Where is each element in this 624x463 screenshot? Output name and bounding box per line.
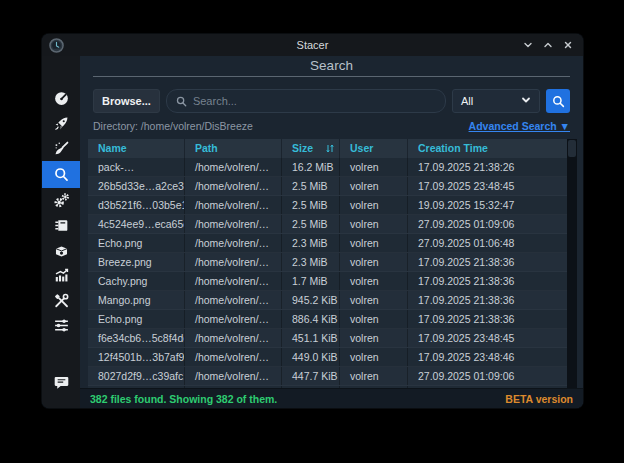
search-toolbar: Browse... All (93, 89, 570, 113)
processes-icon (53, 217, 70, 234)
table-scrollbar[interactable] (567, 139, 577, 389)
cell-path: /home/volren/… (185, 291, 282, 309)
cell-user: volren (340, 158, 408, 176)
minimize-icon[interactable] (522, 40, 533, 51)
sort-indicator-icon (326, 144, 334, 153)
advanced-search-link[interactable]: Advanced Search ▼ (469, 120, 570, 132)
startup-apps-icon (53, 115, 70, 132)
sidebar-item-uninstaller[interactable] (42, 238, 80, 263)
settings-icon (53, 317, 70, 334)
column-header-name[interactable]: Name (88, 139, 185, 158)
cell-name: d3b521f6…03b5e1cc (88, 196, 185, 214)
cell-creation-time: 19.09.2025 15:32:47 (408, 386, 577, 389)
table-body: pack-… /home/volren/… 16.2 MiB volren 17… (88, 158, 577, 389)
cell-creation-time: 17.09.2025 21:38:36 (408, 253, 577, 271)
sidebar-item-resources[interactable] (42, 263, 80, 288)
search-input-icon (176, 96, 187, 107)
column-header-path[interactable]: Path (185, 139, 282, 158)
cell-name: 26b5d33e…a2ce3c9f (88, 177, 185, 195)
cell-name: pack-… (88, 158, 185, 176)
directory-label: Directory: /home/volren/DisBreeze (93, 120, 253, 132)
table-row[interactable]: 26b5d33e…a2ce3c9f /home/volren/… 2.5 MiB… (88, 177, 577, 196)
cell-creation-time: 27.09.2025 01:06:48 (408, 234, 577, 252)
sidebar-item-processes[interactable] (42, 213, 80, 238)
filter-select[interactable]: All (452, 89, 540, 113)
sidebar-item-startup-apps[interactable] (42, 111, 80, 136)
cell-path: /home/volren/… (185, 253, 282, 271)
directory-row: Directory: /home/volren/DisBreeze Advanc… (93, 119, 570, 134)
cell-name: 8027d2f9…c39afc14 (88, 367, 185, 385)
cell-name: Breeze.png (88, 253, 185, 271)
column-header-size[interactable]: Size (282, 139, 340, 158)
table-row[interactable]: 98da1626…c1362a6e /home/volren/… 447.4 K… (88, 386, 577, 389)
search-submit-button[interactable] (546, 89, 570, 113)
sidebar-item-settings[interactable] (42, 313, 80, 338)
cell-creation-time: 17.09.2025 21:38:36 (408, 310, 577, 328)
cell-user: volren (340, 177, 408, 195)
scrollbar-thumb[interactable] (568, 140, 576, 157)
cell-user: volren (340, 367, 408, 385)
titlebar[interactable]: Stacer (42, 34, 583, 56)
cell-size: 2.5 MiB (282, 196, 340, 214)
sidebar-item-search[interactable] (42, 161, 80, 188)
search-input-container[interactable] (166, 89, 446, 113)
cell-path: /home/volren/… (185, 234, 282, 252)
cell-creation-time: 27.09.2025 01:09:06 (408, 367, 577, 385)
cell-creation-time: 19.09.2025 15:32:47 (408, 196, 577, 214)
sidebar-item-dashboard[interactable] (42, 86, 80, 111)
close-icon[interactable] (562, 40, 573, 51)
filter-select-value: All (461, 95, 473, 107)
cell-name: 4c524ee9…eca65c8c (88, 215, 185, 233)
services-icon (53, 192, 70, 209)
title-separator (93, 76, 570, 77)
results-count-text: 382 files found. Showing 382 of them. (90, 393, 277, 405)
sidebar-item-services[interactable] (42, 188, 80, 213)
table-row[interactable]: Mango.png /home/volren/… 945.2 KiB volre… (88, 291, 577, 310)
resources-icon (53, 267, 70, 284)
dashboard-icon (53, 90, 70, 107)
cell-size: 2.5 MiB (282, 215, 340, 233)
cell-path: /home/volren/… (185, 215, 282, 233)
sidebar-item-feedback[interactable] (42, 370, 80, 395)
sidebar-item-system-cleaner[interactable] (42, 136, 80, 161)
system-cleaner-icon (53, 140, 70, 157)
cell-size: 16.2 MiB (282, 158, 340, 176)
table-row[interactable]: Echo.png /home/volren/… 886.4 KiB volren… (88, 310, 577, 329)
table-row[interactable]: Cachy.png /home/volren/… 1.7 MiB volren … (88, 272, 577, 291)
browse-button[interactable]: Browse... (93, 89, 160, 113)
cell-user: volren (340, 215, 408, 233)
cell-size: 2.3 MiB (282, 234, 340, 252)
uninstaller-icon (53, 242, 70, 259)
table-row[interactable]: 8027d2f9…c39afc14 /home/volren/… 447.7 K… (88, 367, 577, 386)
column-header-user[interactable]: User (340, 139, 408, 158)
cell-path: /home/volren/… (185, 272, 282, 290)
content-area: Search Browse... All (80, 56, 583, 408)
table-row[interactable]: pack-… /home/volren/… 16.2 MiB volren 17… (88, 158, 577, 177)
cell-path: /home/volren/… (185, 367, 282, 385)
table-row[interactable]: 4c524ee9…eca65c8c /home/volren/… 2.5 MiB… (88, 215, 577, 234)
search-input[interactable] (193, 95, 436, 107)
cell-name: Mango.png (88, 291, 185, 309)
cell-user: volren (340, 310, 408, 328)
cell-size: 447.4 KiB (282, 386, 340, 389)
sidebar-item-helpers[interactable] (42, 288, 80, 313)
cell-name: Echo.png (88, 234, 185, 252)
cell-name: Cachy.png (88, 272, 185, 290)
cell-path: /home/volren/… (185, 196, 282, 214)
cell-name: f6e34cb6…5c8f4dc5 (88, 329, 185, 347)
table-row[interactable]: Echo.png /home/volren/… 2.3 MiB volren 2… (88, 234, 577, 253)
table-row[interactable]: 12f4501b…3b7af9a5 /home/volren/… 449.0 K… (88, 348, 577, 367)
cell-user: volren (340, 329, 408, 347)
maximize-icon[interactable] (542, 40, 553, 51)
cell-creation-time: 17.09.2025 23:48:45 (408, 177, 577, 195)
table-row[interactable]: d3b521f6…03b5e1cc /home/volren/… 2.5 MiB… (88, 196, 577, 215)
cell-creation-time: 17.09.2025 21:38:36 (408, 272, 577, 290)
table-row[interactable]: f6e34cb6…5c8f4dc5 /home/volren/… 451.1 K… (88, 329, 577, 348)
cell-size: 449.0 KiB (282, 348, 340, 366)
page-title: Search (80, 56, 583, 73)
table-row[interactable]: Breeze.png /home/volren/… 2.3 MiB volren… (88, 253, 577, 272)
cell-path: /home/volren/… (185, 329, 282, 347)
column-header-creation-time[interactable]: Creation Time (408, 139, 577, 158)
cell-creation-time: 17.09.2025 21:38:26 (408, 158, 577, 176)
helpers-icon (53, 292, 70, 309)
